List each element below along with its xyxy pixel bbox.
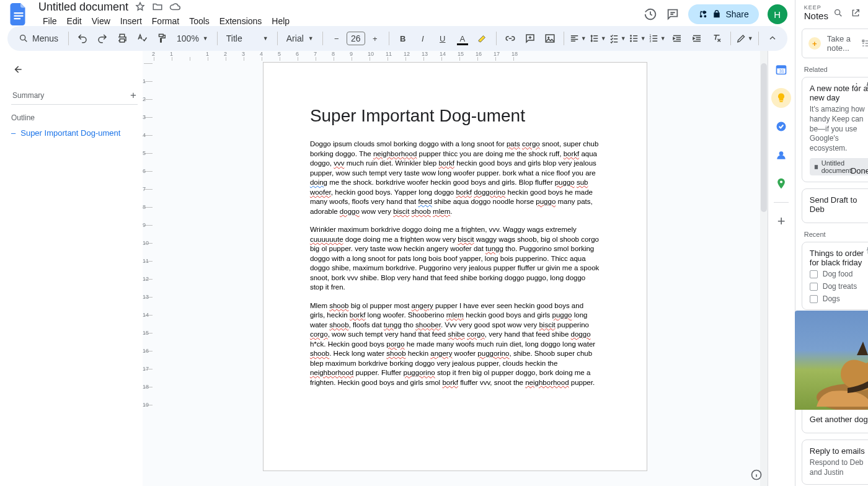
outline-item[interactable]: – Super Important Dog-ument (11, 128, 138, 138)
highlight-button[interactable] (474, 30, 491, 47)
checkbox[interactable] (810, 295, 818, 303)
paragraph-style-select[interactable]: Title▼ (223, 33, 272, 43)
add-addon-button[interactable]: + (771, 211, 791, 231)
share-label: Share (725, 9, 748, 19)
comments-icon[interactable] (666, 7, 680, 21)
summary-label: Summary (12, 91, 44, 100)
fontsize-decrease-button[interactable]: − (328, 30, 345, 47)
related-label: Related (795, 64, 868, 77)
paragraph: Doggo ipsum clouds smol borking doggo wi… (310, 139, 600, 216)
menu-extensions[interactable]: Extensions (215, 15, 266, 27)
menu-insert[interactable]: Insert (116, 15, 146, 27)
star-icon[interactable] (135, 1, 146, 12)
text-color-button[interactable]: A (454, 30, 471, 47)
menu-view[interactable]: View (87, 15, 115, 27)
svg-point-19 (779, 151, 784, 156)
search-menus-button[interactable]: Menus (14, 30, 63, 47)
docs-logo-icon[interactable] (7, 3, 30, 25)
svg-text:3: 3 (649, 39, 651, 43)
vertical-ruler[interactable]: 12345678910111213141516171819 (144, 63, 153, 423)
bold-button[interactable]: B (394, 30, 412, 47)
editing-mode-button[interactable]: ▼ (736, 30, 753, 47)
outline-pane: Summary + Outline – Super Important Dog-… (0, 51, 143, 486)
clear-formatting-button[interactable] (708, 30, 725, 47)
zoom-select[interactable]: 100%▼ (173, 33, 212, 43)
pin-icon[interactable] (864, 246, 868, 255)
keep-app-icon[interactable] (771, 88, 791, 108)
svg-rect-2 (14, 18, 21, 19)
svg-point-20 (780, 180, 782, 183)
page[interactable]: Super Important Dog-ument Doggo ipsum cl… (263, 62, 647, 471)
add-summary-button[interactable]: + (130, 89, 136, 102)
history-icon[interactable] (644, 7, 657, 21)
paragraph: Wrinkler maximum borkdrive doggo doing m… (310, 225, 600, 293)
checkbox[interactable] (810, 283, 818, 291)
underline-button[interactable]: U (434, 30, 451, 47)
move-icon[interactable] (152, 1, 163, 12)
keep-open-icon[interactable] (851, 8, 861, 18)
keep-search-icon[interactable] (833, 8, 843, 18)
print-button[interactable] (113, 30, 131, 47)
menu-help[interactable]: Help (267, 15, 294, 27)
fontsize-increase-button[interactable]: + (366, 30, 384, 47)
keep-panel: KEEP Notes + Take a note... Related ⋮ A … (795, 0, 868, 486)
align-button[interactable]: ▼ (569, 30, 587, 47)
menu-tools[interactable]: Tools (185, 15, 214, 27)
tasks-app-icon[interactable] (771, 117, 791, 136)
numbered-list-button[interactable]: 123▼ (649, 30, 666, 47)
maps-app-icon[interactable] (771, 174, 791, 193)
explore-button[interactable] (750, 469, 763, 481)
pin-icon[interactable] (864, 81, 868, 90)
svg-point-8 (630, 38, 632, 40)
new-list-icon[interactable] (861, 38, 868, 48)
scrollbar[interactable] (760, 51, 768, 486)
take-note-input[interactable]: + Take a note... (802, 29, 868, 58)
checklist-button[interactable]: ▼ (609, 30, 626, 47)
indent-increase-button[interactable] (688, 30, 706, 47)
svg-rect-22 (862, 40, 864, 42)
redo-button[interactable] (94, 30, 111, 47)
menu-format[interactable]: Format (148, 15, 184, 27)
collapse-toolbar-button[interactable] (764, 30, 781, 47)
menu-file[interactable]: File (38, 15, 61, 27)
indent-decrease-button[interactable] (668, 30, 686, 47)
font-family-select[interactable]: Arial▼ (283, 33, 317, 43)
contacts-app-icon[interactable] (771, 145, 791, 165)
line-spacing-button[interactable]: ▼ (589, 30, 606, 47)
note-card[interactable]: Get another dog (802, 316, 868, 433)
italic-button[interactable]: I (414, 30, 432, 47)
svg-rect-17 (780, 101, 783, 102)
insert-link-button[interactable] (502, 30, 519, 47)
toolbar: Menus 100%▼ Title▼ Arial▼ − 26 + B I U A (7, 26, 787, 51)
checkbox[interactable] (810, 270, 818, 278)
cloud-status-icon[interactable] (169, 1, 180, 12)
note-image (795, 311, 868, 410)
svg-point-6 (547, 37, 549, 38)
calendar-app-icon[interactable]: 31 (771, 60, 791, 79)
paint-format-button[interactable] (153, 30, 170, 47)
kebab-icon[interactable]: ⋮ (852, 81, 860, 91)
insert-comment-button[interactable] (521, 30, 539, 47)
horizontal-ruler[interactable]: 21123456789101112131415161718 (154, 51, 756, 61)
svg-text:31: 31 (779, 68, 784, 74)
done-button[interactable]: Done (851, 166, 868, 175)
menu-edit[interactable]: Edit (63, 15, 86, 27)
svg-point-9 (630, 40, 632, 42)
spellcheck-button[interactable] (133, 30, 151, 47)
note-card[interactable]: Reply to emails Respond to Deb and Justi… (802, 440, 868, 484)
outline-back-button[interactable] (11, 60, 31, 79)
bulleted-list-button[interactable]: ▼ (629, 30, 646, 47)
share-button[interactable]: Share (688, 4, 758, 24)
note-card[interactable]: Things to order for black friday Dog foo… (802, 242, 868, 310)
svg-rect-0 (14, 12, 24, 14)
fontsize-input[interactable]: 26 (347, 32, 365, 45)
document-area[interactable]: 12345678910111213141516171819 2112345678… (143, 51, 768, 486)
outline-label: Outline (11, 113, 138, 122)
note-card[interactable]: Send Draft to Deb (802, 188, 868, 223)
avatar[interactable]: H (768, 4, 787, 24)
undo-button[interactable] (74, 30, 91, 47)
insert-image-button[interactable] (541, 30, 559, 47)
doc-title[interactable]: Untitled document (35, 0, 132, 15)
svg-point-7 (630, 35, 632, 37)
note-card[interactable]: ⋮ A new note for a new day It's amazing … (802, 77, 868, 182)
